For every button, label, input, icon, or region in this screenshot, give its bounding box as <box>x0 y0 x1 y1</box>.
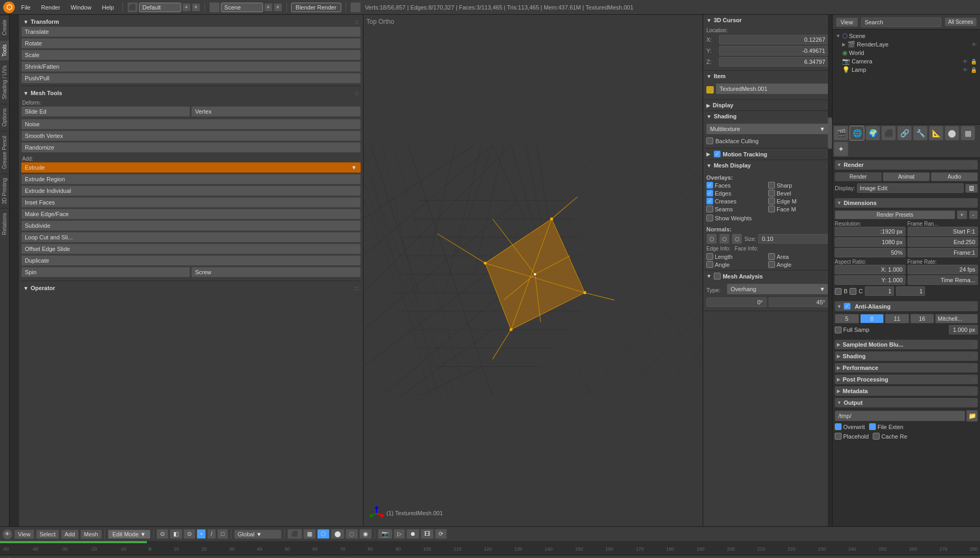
scale-btn[interactable]: Scale <box>21 50 361 60</box>
tab-render-props[interactable]: 🎬 <box>834 126 848 141</box>
offset-edge-btn[interactable]: Offset Edge Slide <box>21 244 361 254</box>
placeholder-toggle[interactable] <box>835 433 842 440</box>
overwrite-toggle[interactable] <box>835 423 842 430</box>
cursor-y-field[interactable]: -0.49671 <box>719 46 829 55</box>
face-area-checkbox[interactable] <box>768 253 775 260</box>
inset-faces-btn[interactable]: Inset Faces <box>21 197 361 208</box>
tree-renderlayer[interactable]: ▶ 🎬 RenderLaye 👁 <box>835 40 978 49</box>
smooth-vertex-btn[interactable]: Smooth Vertex <box>21 131 361 141</box>
res-x-field[interactable]: :1920 px <box>835 227 906 236</box>
render-tab-anim[interactable]: Animat <box>883 172 930 181</box>
presets-remove-btn[interactable]: - <box>969 210 978 219</box>
b-value-field[interactable]: 1 <box>865 286 894 296</box>
duplicate-btn[interactable]: Duplicate <box>21 255 361 266</box>
select-mode-face[interactable]: □ <box>217 529 228 539</box>
game-logic-btn[interactable]: ▷ <box>394 529 405 539</box>
backface-culling-checkbox[interactable] <box>706 137 713 144</box>
c-value-field[interactable]: 1 <box>896 286 925 296</box>
spin-btn[interactable]: Spin <box>21 267 190 277</box>
faces-checkbox[interactable]: ✓ <box>706 182 713 189</box>
scene-remove-btn[interactable]: × <box>274 3 282 12</box>
menu-window[interactable]: Window <box>67 3 96 12</box>
push-pull-btn[interactable]: Push/Pull <box>21 73 361 83</box>
vertex-btn[interactable]: Vertex <box>191 106 360 117</box>
proportional-edit-btn[interactable]: ⊙ <box>183 529 195 539</box>
rendered-shading-btn[interactable]: ⬤ <box>331 529 344 539</box>
tab-relations[interactable]: Relations <box>0 208 9 239</box>
extrude-region-btn[interactable]: Extrude Region <box>21 174 361 184</box>
motion-blur-header[interactable]: ▶ Sampled Motion Blu... :: <box>835 340 978 349</box>
post-processing-header[interactable]: ▶ Post Processing :: <box>835 375 978 384</box>
end-frame-field[interactable]: End:250 <box>908 237 978 247</box>
edge-angle-checkbox[interactable] <box>706 261 713 268</box>
mesh-display-header[interactable]: ▼ Mesh Display :: <box>703 160 832 171</box>
shading-header[interactable]: ▼ Shading :: <box>703 111 832 122</box>
filter-size-field[interactable]: 1.000 px <box>949 325 978 334</box>
sharp-checkbox[interactable] <box>768 182 775 189</box>
output-folder-btn[interactable]: 📁 <box>966 410 978 422</box>
aa-btn-8[interactable]: 8 <box>860 314 884 323</box>
mesh-analysis-checkbox[interactable] <box>714 273 721 280</box>
b-checkbox[interactable] <box>835 288 842 295</box>
cursor-header[interactable]: ▼ 3D Cursor :: <box>703 15 832 25</box>
face-angle-checkbox[interactable] <box>768 261 775 268</box>
face-m-checkbox[interactable] <box>768 206 775 212</box>
select-mode-edge[interactable]: / <box>207 529 216 539</box>
sync-btn[interactable]: ⟳ <box>435 529 447 539</box>
edges-checkbox[interactable]: ✓ <box>706 190 713 197</box>
solid-shading-btn[interactable]: ⬛ <box>287 529 302 539</box>
mesh-analysis-header[interactable]: ▼ Mesh Analysis :: <box>703 271 832 282</box>
shading-mode-dropdown[interactable]: Multitexture ▼ <box>706 124 829 134</box>
creases-checkbox[interactable]: ✓ <box>706 198 713 204</box>
analysis-type-dropdown[interactable]: Overhang ▼ <box>727 284 829 294</box>
file-extensions-toggle[interactable] <box>869 423 876 430</box>
tab-data-props[interactable]: 📐 <box>929 126 944 141</box>
aa-btn-16[interactable]: 16 <box>910 314 935 323</box>
tab-texture-props[interactable]: ▦ <box>960 126 975 141</box>
outliner-all-scenes-btn[interactable]: All Scenes <box>945 17 977 26</box>
analysis-max-field[interactable]: 45° <box>769 297 829 307</box>
normals-face-btn[interactable]: ⬡ <box>706 234 717 244</box>
mode-dropdown[interactable]: Edit Mode ▼ <box>108 529 151 539</box>
tab-world-props[interactable]: 🌍 <box>865 126 880 141</box>
aa-filter-dropdown[interactable]: Mitchell... <box>935 314 978 323</box>
time-remap-field[interactable]: Time Rema... <box>908 275 978 285</box>
scene-dropdown[interactable]: Scene <box>221 3 263 12</box>
view-menu[interactable]: View <box>14 529 34 539</box>
res-y-field[interactable]: 1080 px <box>835 237 906 247</box>
aa-btn-11[interactable]: 11 <box>885 314 909 323</box>
mirror-btn[interactable]: ◧ <box>170 529 182 539</box>
performance-header[interactable]: ▶ Performance :: <box>835 363 978 373</box>
tab-grease-pencil[interactable]: Grease Pencil <box>0 131 9 173</box>
cursor-z-field[interactable]: 6.34797 <box>719 57 829 67</box>
motion-tracking-header[interactable]: ▶ ✓ Motion Tracking :: <box>703 148 832 160</box>
pivot-dropdown[interactable]: Global ▼ <box>234 529 282 539</box>
tab-object-props[interactable]: ⬛ <box>881 126 896 141</box>
metadata-header[interactable]: ▶ Metadata :: <box>835 386 978 396</box>
presets-add-btn[interactable]: + <box>957 210 967 219</box>
tree-scene[interactable]: ▼ ⬡ Scene <box>835 32 978 40</box>
show-weights-checkbox[interactable] <box>706 215 713 221</box>
render-tab-render[interactable]: Render <box>835 172 882 181</box>
snap-btn[interactable]: ⊙ <box>156 529 169 539</box>
scene-add-btn[interactable]: + <box>264 3 273 12</box>
c-checkbox[interactable] <box>850 288 856 295</box>
tab-material-props[interactable]: ⬤ <box>945 126 959 141</box>
edge-length-checkbox[interactable] <box>706 253 713 260</box>
camera-view-btn[interactable]: 📷 <box>378 529 393 539</box>
item-header[interactable]: ▼ Item :: <box>703 71 832 81</box>
tab-modifier-props[interactable]: 🔧 <box>913 126 928 141</box>
tab-3d-printing[interactable]: 3D Printing <box>0 173 9 208</box>
outliner-search-input[interactable]: Search <box>861 17 941 27</box>
display-field[interactable]: Image Edit <box>857 183 964 193</box>
aspect-y-field[interactable]: Y: 1.000 <box>835 275 906 285</box>
shrink-fatten-btn[interactable]: Shrink/Fatten <box>21 61 361 72</box>
subdivide-btn[interactable]: Subdivide <box>21 220 361 231</box>
xray-btn[interactable]: ◌ <box>346 529 358 539</box>
wireframe-shading-btn[interactable]: ⬡ <box>317 529 330 539</box>
bevel-checkbox[interactable] <box>768 190 775 197</box>
menu-render[interactable]: Render <box>37 3 64 12</box>
start-frame-field[interactable]: Start F:1 <box>908 227 978 236</box>
loop-cut-btn[interactable]: Loop Cut and Sli... <box>21 232 361 243</box>
right-panel-scrollbar[interactable] <box>828 15 832 526</box>
